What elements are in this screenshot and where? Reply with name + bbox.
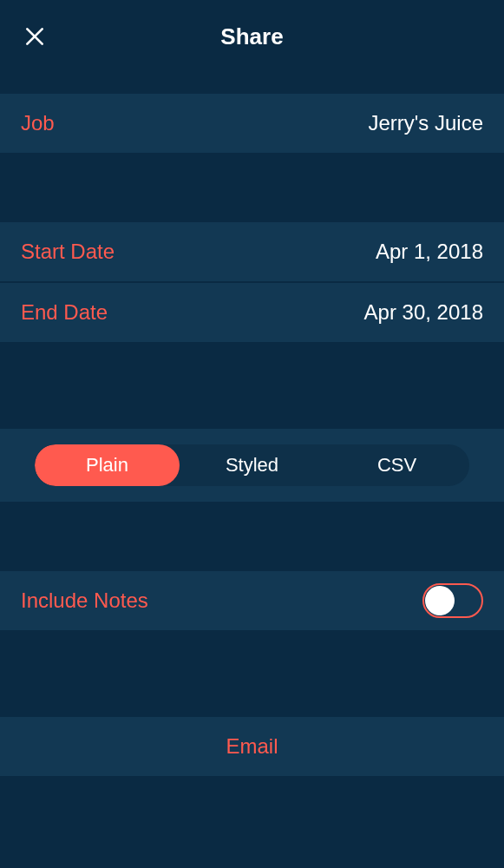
close-icon[interactable]	[21, 23, 49, 50]
end-date-value: Apr 30, 2018	[364, 300, 483, 325]
format-segmented-control: Plain Styled CSV	[35, 444, 469, 486]
include-notes-row: Include Notes	[0, 571, 504, 630]
start-date-label: Start Date	[21, 240, 115, 264]
email-label: Email	[226, 734, 278, 759]
format-section: Plain Styled CSV	[0, 429, 504, 502]
page-title: Share	[220, 23, 283, 50]
end-date-row[interactable]: End Date Apr 30, 2018	[0, 283, 504, 342]
include-notes-toggle[interactable]	[422, 583, 483, 618]
toggle-knob	[425, 586, 455, 615]
job-value: Jerry's Juice	[368, 111, 483, 135]
format-segment-styled[interactable]: Styled	[180, 444, 324, 486]
end-date-label: End Date	[21, 300, 108, 325]
start-date-row[interactable]: Start Date Apr 1, 2018	[0, 222, 504, 281]
start-date-value: Apr 1, 2018	[376, 240, 483, 264]
format-segment-csv[interactable]: CSV	[324, 444, 469, 486]
email-button[interactable]: Email	[0, 717, 504, 776]
include-notes-label: Include Notes	[21, 589, 148, 613]
format-segment-plain[interactable]: Plain	[35, 444, 180, 486]
job-label: Job	[21, 111, 55, 135]
job-row[interactable]: Job Jerry's Juice	[0, 94, 504, 153]
header: Share	[0, 0, 504, 73]
